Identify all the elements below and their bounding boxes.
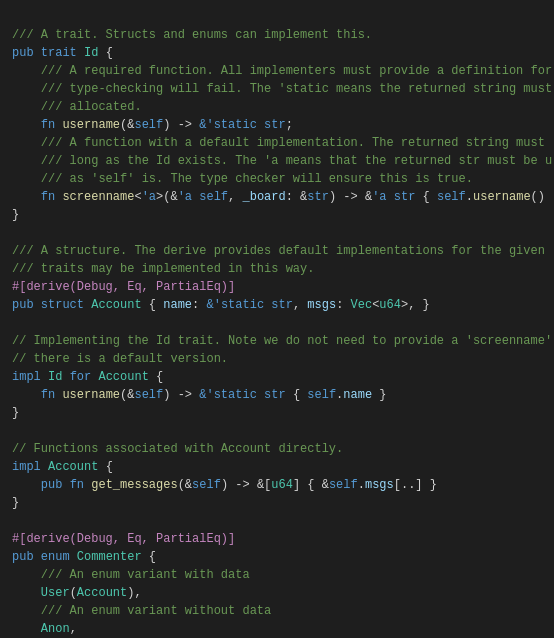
comment-line-1: /// A trait. Structs and enums can imple…: [12, 28, 372, 42]
keyword-pub: pub: [12, 46, 34, 60]
code-block: /// A trait. Structs and enums can imple…: [0, 0, 554, 638]
